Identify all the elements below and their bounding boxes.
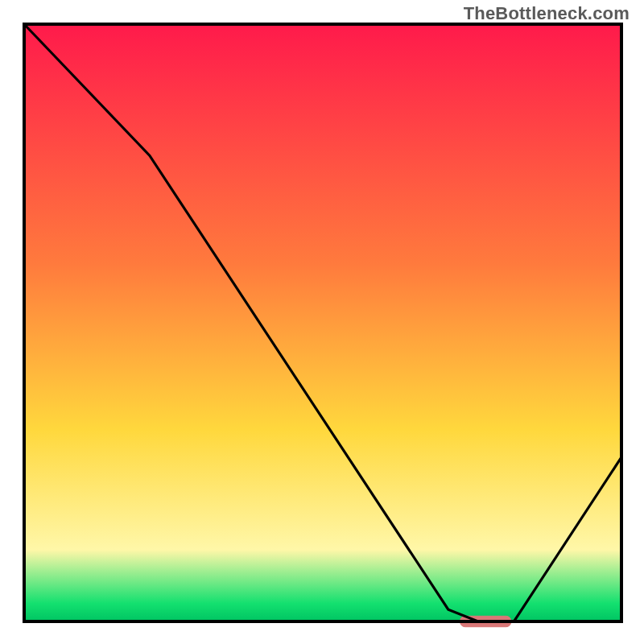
watermark-label: TheBottleneck.com (464, 3, 630, 24)
plot-background (24, 24, 621, 621)
bottleneck-chart (0, 0, 644, 644)
chart-container: TheBottleneck.com (0, 0, 644, 644)
